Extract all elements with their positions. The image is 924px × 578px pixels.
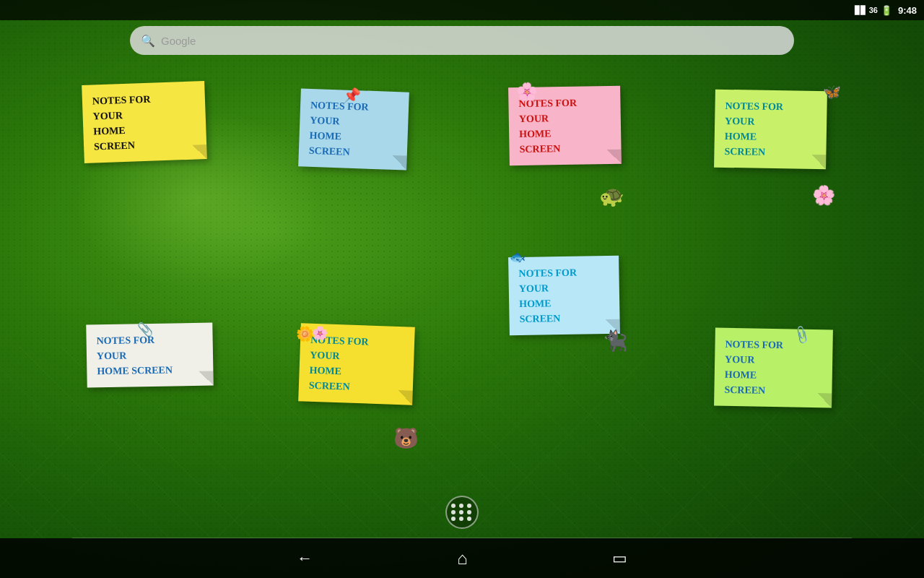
nav-bar: ← ⌂ ▭	[0, 538, 924, 578]
sticky-note-1[interactable]: NOTES FORYOURHOMESCREEN	[82, 81, 207, 163]
recents-button[interactable]: ▭	[612, 549, 627, 568]
app-drawer-button[interactable]	[445, 496, 479, 529]
flower-sticker-2: 🌸	[812, 184, 835, 207]
note-3-text: NOTES FORYOURHOMESCREEN	[518, 95, 611, 157]
flower-pink-sticker: 🌸	[516, 82, 538, 102]
search-placeholder: Google	[161, 35, 196, 47]
signal-label: 36	[869, 6, 878, 14]
status-bar: ▊▊ 36 🔋 9:48	[0, 0, 924, 20]
sticky-note-4[interactable]: NOTES FORYOURHOMESCREEN	[714, 90, 827, 170]
time-display: 9:48	[898, 5, 917, 16]
butterfly-sticker: 🦋	[823, 83, 841, 100]
back-button[interactable]: ←	[297, 549, 313, 568]
signal-icon: ▊▊	[855, 6, 866, 15]
home-button[interactable]: ⌂	[457, 548, 468, 569]
fishbone-sticker: 🐟	[510, 249, 526, 265]
flower-pink-sticker2: 🌸	[312, 325, 328, 341]
battery-icon: 🔋	[881, 5, 892, 16]
turtle-sticker: 🐢	[599, 184, 624, 208]
cat-sticker: 🐈‍⬛	[603, 329, 628, 353]
pin-red: 📌	[343, 87, 361, 104]
sticky-note-7[interactable]: NOTES FORYOURHOMESCREEN	[508, 256, 620, 336]
note-2-text: NOTES FORYOURHOMESCREEN	[309, 98, 399, 161]
search-icon: 🔍	[141, 34, 155, 48]
note-6-text: NOTES FORYOURHOMESCREEN	[309, 332, 405, 396]
dots-grid	[451, 504, 473, 521]
note-1-text: NOTES FORYOURHOMESCREEN	[92, 90, 197, 155]
sticky-note-8[interactable]: NOTES FORYOURHOMESCREEN	[714, 328, 833, 408]
status-icons: ▊▊ 36 🔋 9:48	[855, 5, 917, 16]
note-8-text: NOTES FORYOURHOMESCREEN	[724, 337, 822, 399]
search-bar[interactable]: 🔍 Google	[130, 26, 794, 55]
note-5-text: NOTES FORYOURHOME SCREEN	[96, 332, 203, 379]
note-7-text: NOTES FORYOURHOMESCREEN	[518, 264, 609, 327]
note-4-text: NOTES FORYOURHOMESCREEN	[724, 98, 816, 160]
clip-sticker-1: 📎	[137, 322, 153, 337]
bear-sticker: 🐻	[393, 426, 419, 450]
